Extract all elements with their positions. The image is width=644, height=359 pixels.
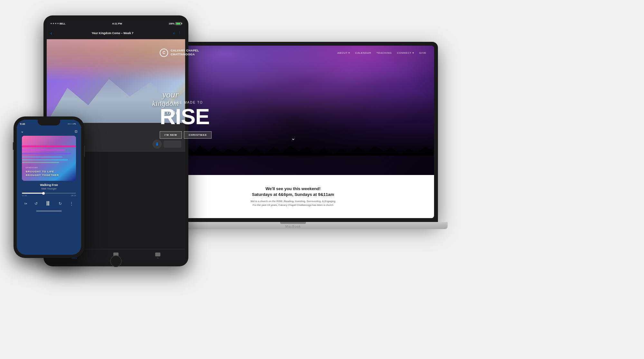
nav-link-about[interactable]: ABOUT ▾ xyxy=(337,51,350,54)
nav-links: ABOUT ▾ CALENDAR TEACHING CONNECT ▾ GIVE xyxy=(337,51,426,54)
svg-rect-5 xyxy=(22,159,68,161)
progress-bar-fill xyxy=(22,193,43,194)
lower-headline: We'll see you this weekend! Saturdays at… xyxy=(252,186,334,198)
phone-screen: 9:40 •••○○ LTE ⌄ ⊡ xyxy=(17,120,81,255)
more-options-button[interactable]: ⋮ xyxy=(69,201,74,206)
tablet-nav-icons: ⌕ ⋮ xyxy=(173,31,181,35)
phone-body: 9:40 •••○○ LTE ⌄ ⊡ xyxy=(14,116,84,258)
hero-buttons: I'M NEW CHRISTMAS xyxy=(160,131,212,139)
nav-logo: C CALVARY CHAPEL CHATTANOOGA xyxy=(160,49,199,57)
album-art-content: EPHESIANS BROUGHT TO LIFE BROUGHT TOGETH… xyxy=(22,136,76,181)
album-line1: BROUGHT TO LIFE xyxy=(26,170,72,173)
phone: 9:40 •••○○ LTE ⌄ ⊡ xyxy=(14,116,84,258)
lower-sub-line1: We're a church on the RISE: Reading, Inv… xyxy=(251,199,335,203)
tablet-home-button[interactable] xyxy=(110,255,122,267)
album-series-tag: EPHESIANS xyxy=(26,167,72,169)
signal-dot-1 xyxy=(51,23,52,24)
tablet-battery-pct: 100% xyxy=(169,23,175,25)
play-pause-button[interactable]: ⏸ xyxy=(45,200,51,207)
signal-dot-4 xyxy=(57,23,59,24)
podcast-download-button[interactable]: ⬇ xyxy=(153,140,162,149)
logo-letter: C xyxy=(163,51,166,55)
nav-link-give[interactable]: GIVE xyxy=(419,51,426,54)
scroll-down-arrow[interactable]: ⌄ xyxy=(291,135,295,141)
macbook-screen: C CALVARY CHAPEL CHATTANOOGA ABOUT ▾ CAL… xyxy=(152,46,434,218)
playback-speed-button[interactable]: 1x xyxy=(24,202,27,205)
website-nav: C CALVARY CHAPEL CHATTANOOGA ABOUT ▾ CAL… xyxy=(152,46,434,60)
phone-time: 9:40 xyxy=(20,123,25,125)
phone-controls: 1x ↺ ⏸ ↻ ⋮ xyxy=(17,198,81,209)
gifts-tab-icon xyxy=(155,253,160,256)
tab-gifts[interactable]: G xyxy=(155,253,160,259)
tablet-status-right: 100% xyxy=(169,22,181,25)
macbook-notch xyxy=(280,222,306,224)
nav-link-teaching[interactable]: TEACHING xyxy=(376,51,392,54)
tablet-status-bar: BELL 4:21 PM 100% xyxy=(47,20,185,27)
nav-link-calendar[interactable]: CALENDAR xyxy=(355,51,371,54)
progress-bar-bg xyxy=(22,193,76,194)
podcast-title-line1: your xyxy=(152,89,179,100)
track-artist: Matt Younger xyxy=(22,187,76,190)
macbook: C CALVARY CHAPEL CHATTANOOGA ABOUT ▾ CAL… xyxy=(148,42,438,235)
svg-rect-3 xyxy=(22,153,71,154)
podcast-secondary-action[interactable] xyxy=(164,141,181,148)
phone-progress[interactable]: 11:39 -28:15 xyxy=(17,191,81,198)
phone-album-art: EPHESIANS BROUGHT TO LIFE BROUGHT TOGETH… xyxy=(22,136,76,181)
nav-link-connect[interactable]: CONNECT ▾ xyxy=(397,51,414,54)
tablet-nav-title: Your Kingdom Come – Week 7 xyxy=(91,32,133,35)
website-hero: C CALVARY CHAPEL CHATTANOOGA ABOUT ▾ CAL… xyxy=(152,46,434,175)
lower-sub-line2: For the past 19 years, Calvary Chapel Ch… xyxy=(251,203,335,207)
tablet-back-button[interactable]: ‹ xyxy=(51,31,52,36)
hero-title: RISE xyxy=(160,106,212,127)
phone-player-top-controls: ⌄ ⊡ xyxy=(17,127,81,136)
album-text-overlay: EPHESIANS BROUGHT TO LIFE BROUGHT TOGETH… xyxy=(26,167,72,177)
track-name: Walking Free xyxy=(22,183,76,187)
tablet-carrier: BELL xyxy=(60,23,65,25)
logo-text: CALVARY CHAPEL CHATTANOOGA xyxy=(171,49,199,56)
tablet-more-icon[interactable]: ⋮ xyxy=(178,31,181,35)
phone-app: 9:40 •••○○ LTE ⌄ ⊡ xyxy=(17,120,81,255)
website-lower: We'll see you this weekend! Saturdays at… xyxy=(152,175,434,218)
macbook-body: C CALVARY CHAPEL CHATTANOOGA ABOUT ▾ CAL… xyxy=(148,42,438,222)
tablet-status-left: BELL xyxy=(51,23,65,25)
battery-icon xyxy=(175,22,181,25)
logo-name-line2: CHATTANOOGA xyxy=(171,53,199,57)
logo-circle: C xyxy=(160,49,168,57)
hero-subtitle: YOU WERE MADE TO xyxy=(160,101,212,104)
phone-notch xyxy=(38,120,60,125)
phone-signal: •••○○ LTE xyxy=(68,123,76,125)
volume-button xyxy=(13,142,14,150)
phone-home-indicator xyxy=(36,210,62,212)
progress-times: 11:39 -28:15 xyxy=(22,195,76,197)
svg-rect-6 xyxy=(22,162,59,163)
signal-dot-2 xyxy=(53,23,54,24)
svg-rect-2 xyxy=(22,149,65,151)
fast-forward-button[interactable]: ↻ xyxy=(59,201,62,206)
rewind-button[interactable]: ↺ xyxy=(34,201,38,206)
battery-tip xyxy=(181,23,182,24)
gifts-tab-label: G xyxy=(157,257,159,259)
phone-collapse-button[interactable]: ⌄ xyxy=(21,129,24,133)
im-new-button[interactable]: I'M NEW xyxy=(160,131,182,139)
scene: C CALVARY CHAPEL CHATTANOOGA ABOUT ▾ CAL… xyxy=(0,0,644,359)
phone-track-info: Walking Free Matt Younger xyxy=(17,181,81,191)
lower-headline-line1: We'll see you this weekend! xyxy=(252,186,334,192)
lower-sub: We're a church on the RISE: Reading, Inv… xyxy=(251,199,335,207)
hero-content: YOU WERE MADE TO RISE I'M NEW CHRISTMAS xyxy=(160,101,212,139)
remaining-time: -28:15 xyxy=(71,195,76,197)
tablet-search-icon[interactable]: ⌕ xyxy=(173,31,175,35)
phone-carrier: •••○○ LTE xyxy=(68,123,76,125)
tablet-nav-bar: ‹ Your Kingdom Come – Week 7 ⌕ ⋮ xyxy=(47,27,185,39)
phone-airplay-icon[interactable]: ⊡ xyxy=(75,130,77,133)
website: C CALVARY CHAPEL CHATTANOOGA ABOUT ▾ CAL… xyxy=(152,46,434,218)
elapsed-time: 11:39 xyxy=(22,195,27,197)
progress-thumb xyxy=(42,192,45,195)
lower-headline-line2: Saturdays at 4&6pm, Sundays at 9&11am xyxy=(252,192,334,198)
christmas-button[interactable]: CHRISTMAS xyxy=(184,131,212,139)
battery-fill xyxy=(176,23,180,24)
logo-name-line1: CALVARY CHAPEL xyxy=(171,49,199,53)
power-button xyxy=(84,145,85,157)
svg-rect-1 xyxy=(22,145,76,147)
signal-dot-3 xyxy=(55,23,56,24)
tablet-time: 4:21 PM xyxy=(112,22,122,25)
